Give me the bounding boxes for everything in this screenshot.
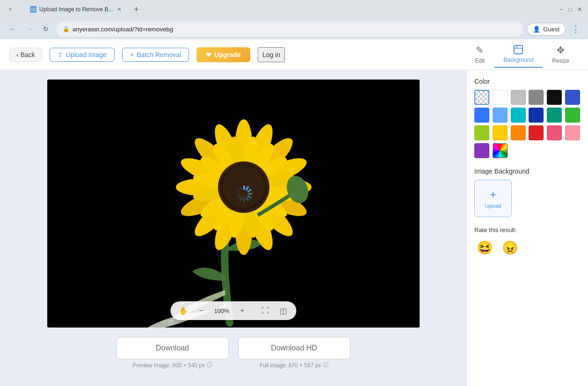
color-label: Color xyxy=(474,78,581,85)
tab-list-button[interactable]: ▿ xyxy=(5,4,16,15)
download-card: Download Preview image: 800 × 540 px ⓘ xyxy=(116,337,229,369)
color-swatch-green[interactable] xyxy=(565,108,580,123)
emoji-row: 😆 😠 xyxy=(474,237,581,258)
upload-icon: ⇧ xyxy=(58,51,63,58)
color-swatch-white[interactable] xyxy=(493,90,508,105)
color-swatch-lime[interactable] xyxy=(474,125,489,140)
resize-label: Resize xyxy=(552,58,569,64)
upload-plus-icon: + xyxy=(490,188,496,201)
tab-background[interactable]: Background xyxy=(494,42,543,68)
svg-rect-46 xyxy=(243,197,245,202)
download-full-info: Full image: 870 × 587 px ⓘ xyxy=(260,361,329,369)
tab-favicon: AE xyxy=(30,6,36,13)
svg-rect-43 xyxy=(248,193,253,195)
upload-image-button[interactable]: ⇧ Upload Image xyxy=(50,48,115,62)
info-icon: ⓘ xyxy=(207,361,212,369)
color-swatch-red[interactable] xyxy=(529,125,544,140)
color-swatch-black[interactable] xyxy=(547,90,562,105)
new-tab-button[interactable]: + xyxy=(130,3,143,16)
right-panel: Color xyxy=(466,70,588,386)
happy-emoji-button[interactable]: 😆 xyxy=(474,237,495,258)
color-swatch-dark-blue[interactable] xyxy=(565,90,580,105)
image-canvas: ✋ − 100% + ⛶ ◫ xyxy=(47,80,420,328)
color-swatch-purple[interactable] xyxy=(474,143,489,158)
tab-edit[interactable]: ✎ Edit xyxy=(466,42,494,68)
batch-removal-button[interactable]: + Batch Removal xyxy=(122,48,189,62)
maximize-button[interactable]: □ xyxy=(566,6,574,13)
svg-rect-0 xyxy=(514,45,523,54)
color-swatch-light-blue[interactable] xyxy=(493,108,508,123)
plus-icon: + xyxy=(130,51,134,58)
menu-button[interactable]: ⋮ xyxy=(569,22,582,36)
url-lock-icon: 🔒 xyxy=(63,26,70,32)
angry-emoji-button[interactable]: 😠 xyxy=(500,237,520,258)
toolbar-divider xyxy=(254,306,254,315)
download-area: Download Preview image: 800 × 540 px ⓘ D… xyxy=(116,337,350,369)
svg-rect-49 xyxy=(236,193,240,195)
url-text: anyeraser.com/upload/?td=removebg xyxy=(73,26,516,33)
svg-rect-40 xyxy=(243,185,245,190)
image-upload-button[interactable]: + Upload xyxy=(474,180,512,217)
image-background-label: Image Background xyxy=(474,168,581,175)
download-hd-card: Download HD Full image: 870 × 587 px ⓘ xyxy=(238,337,350,369)
guest-label: Guest xyxy=(543,26,559,33)
heart-icon: ❤ xyxy=(206,51,211,58)
login-button[interactable]: Log in xyxy=(258,47,285,62)
fullscreen-button[interactable]: ⛶ xyxy=(259,304,272,317)
zoom-level: 100% xyxy=(212,307,231,314)
edit-icon: ✎ xyxy=(476,44,484,56)
color-swatch-rainbow[interactable] xyxy=(493,143,508,158)
zoom-in-button[interactable]: + xyxy=(236,304,249,317)
color-swatch-yellow[interactable] xyxy=(493,125,508,140)
edit-label: Edit xyxy=(475,58,485,64)
color-swatch-gray[interactable] xyxy=(529,90,544,105)
zoom-out-button[interactable]: − xyxy=(195,304,208,317)
split-view-button[interactable]: ◫ xyxy=(276,304,290,317)
color-swatch-navy[interactable] xyxy=(529,108,544,123)
rate-label: Rate this result: xyxy=(474,226,581,233)
sunflower-image xyxy=(47,80,420,328)
download-button[interactable]: Download xyxy=(116,337,229,359)
nav-back-button[interactable]: ← xyxy=(6,22,19,36)
download-hd-button[interactable]: Download HD xyxy=(238,337,350,359)
color-swatch-teal[interactable] xyxy=(511,108,526,123)
nav-forward-button[interactable]: → xyxy=(22,22,36,36)
color-grid xyxy=(474,90,581,158)
color-swatch-pink[interactable] xyxy=(547,125,562,140)
background-label: Background xyxy=(503,57,533,63)
image-toolbar: ✋ − 100% + ⛶ ◫ xyxy=(170,301,296,320)
color-section: Color xyxy=(474,78,581,158)
guest-button[interactable]: 👤 Guest xyxy=(527,23,566,36)
back-icon: ‹ xyxy=(16,51,19,58)
info-icon-hd: ⓘ xyxy=(323,361,328,369)
background-icon xyxy=(513,44,523,55)
close-window-button[interactable]: ✕ xyxy=(576,6,583,13)
active-tab[interactable]: AE Upload Image to Remove B... ✕ xyxy=(24,3,129,16)
upload-text: Upload xyxy=(485,203,501,209)
color-swatch-blue[interactable] xyxy=(474,108,489,123)
color-swatch-orange[interactable] xyxy=(511,125,526,140)
minimize-button[interactable]: − xyxy=(557,6,565,13)
back-button[interactable]: ‹ Back xyxy=(9,48,42,62)
tab-close-icon[interactable]: ✕ xyxy=(116,6,123,13)
color-swatch-light-gray[interactable] xyxy=(511,90,526,105)
tab-title: Upload Image to Remove B... xyxy=(39,6,113,13)
image-background-section: Image Background + Upload xyxy=(474,168,581,217)
guest-icon: 👤 xyxy=(533,26,540,33)
resize-icon: ✥ xyxy=(557,44,565,56)
download-preview-info: Preview image: 800 × 540 px ⓘ xyxy=(132,361,212,369)
color-swatch-transparent[interactable] xyxy=(474,90,489,105)
upgrade-button[interactable]: ❤ Upgrade xyxy=(196,47,250,62)
nav-refresh-button[interactable]: ↻ xyxy=(39,22,52,36)
rate-section: Rate this result: 😆 😠 xyxy=(474,226,581,258)
tab-resize[interactable]: ✥ Resize xyxy=(543,42,579,68)
color-swatch-dark-green[interactable] xyxy=(547,108,562,123)
color-swatch-light-pink[interactable] xyxy=(565,125,580,140)
pan-tool-button[interactable]: ✋ xyxy=(177,304,190,317)
loading-spinner xyxy=(235,184,254,203)
